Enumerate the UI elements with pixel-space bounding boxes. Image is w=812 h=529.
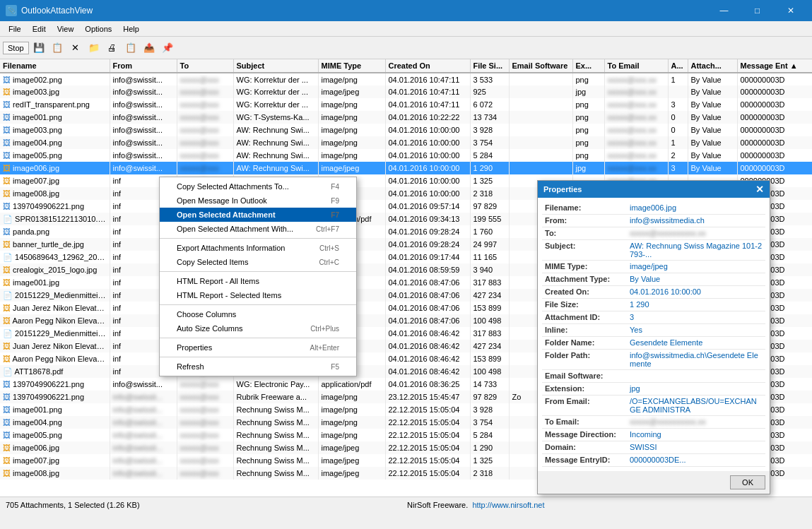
context-menu-item[interactable]: HTML Report - Selected Items [160, 288, 356, 302]
table-cell: AW: Rechnung Swi... [233, 149, 318, 162]
table-cell: xxxxx@xxx.xx [604, 136, 668, 149]
menu-file[interactable]: File [3, 23, 27, 35]
table-cell: png [572, 111, 604, 124]
menu-options[interactable]: Options [79, 23, 117, 35]
table-cell: 000000003D [737, 124, 812, 136]
table-cell: xxxxx@xxx [177, 111, 233, 124]
table-cell: image/jpeg [318, 454, 385, 467]
maximize-button[interactable]: □ [741, 0, 773, 21]
table-row[interactable]: 🖼 image005.pnginfo@swissit...xxxxx@xxxAW… [0, 149, 812, 162]
context-menu-item[interactable]: Copy Selected ItemsCtrl+C [160, 255, 356, 269]
table-cell: 🖼 1397049906221.png [0, 200, 110, 213]
menu-help[interactable]: Help [117, 23, 145, 35]
properties-close-button[interactable]: ✕ [755, 184, 764, 195]
col-header-attachtype[interactable]: Attach... [688, 59, 737, 73]
table-cell: 6 072 [470, 98, 509, 111]
col-header-created[interactable]: Created On [385, 59, 470, 73]
property-label: Attachment ID: [542, 311, 627, 323]
file-icon: 🖼 [3, 76, 11, 84]
close-button[interactable]: ✕ [775, 0, 806, 21]
menu-edit[interactable]: Edit [27, 23, 52, 35]
minimize-button[interactable]: — [708, 0, 740, 21]
context-menu-item[interactable]: Open Selected AttachmentF7 [160, 208, 356, 222]
property-label: Message Direction: [542, 429, 627, 441]
properties-ok-button[interactable]: OK [730, 475, 765, 489]
copy2-button[interactable]: 📋 [122, 40, 139, 57]
table-cell: info@swissit... [110, 378, 177, 391]
copy-button[interactable]: 📋 [49, 40, 66, 57]
table-row[interactable]: 🖼 image001.pnginfo@swissit...xxxxx@xxxWG… [0, 111, 812, 124]
table-row[interactable]: 🖼 image004.pnginfo@swissit...xxxxx@xxxAW… [0, 136, 812, 149]
table-cell: 3 754 [470, 136, 509, 149]
export-button[interactable]: 📤 [141, 40, 158, 57]
table-cell: 04.01.2016 09:17:44 [385, 251, 470, 263]
context-menu-shortcut: Ctrl+C [319, 258, 339, 266]
file-icon: 🖼 [3, 418, 11, 427]
table-cell: 04.01.2016 10:00:00 [385, 149, 470, 162]
table-row[interactable]: 🖼 image006.jpginfo@swissit...xxxxx@xxxAW… [0, 162, 812, 174]
table-cell: 🖼 image008.jpg [0, 467, 110, 480]
context-menu-item[interactable]: Auto Size ColumnsCtrl+Plus [160, 321, 356, 335]
table-cell: image/png [318, 403, 385, 416]
table-cell: 22.12.2015 15:05:04 [385, 441, 470, 454]
table-row[interactable]: 🖼 image003.jpginfo@swissit...xxxxx@xxxWG… [0, 85, 812, 98]
col-header-attach[interactable]: A... [668, 59, 688, 73]
table-cell: 🖼 Juan Jerez Nikon ElevateThe... [0, 340, 110, 352]
table-cell: 000000003D [737, 111, 812, 124]
save-button[interactable]: 💾 [30, 40, 47, 57]
stop-button[interactable]: Stop [3, 42, 29, 54]
table-cell: 2 318 [470, 467, 509, 480]
table-cell: Rechnung Swiss M... [233, 467, 318, 480]
context-menu-item[interactable]: RefreshF5 [160, 359, 356, 374]
pin-button[interactable]: 📌 [159, 40, 176, 57]
table-cell: info@swissit... [110, 162, 177, 174]
col-header-to[interactable]: To [177, 59, 233, 73]
context-menu-item[interactable]: Export Attachments InformationCtrl+S [160, 241, 356, 255]
context-menu-separator [160, 357, 356, 357]
property-row: From Email:/O=EXCHANGELABS/OU=EXCHANGE A… [542, 396, 765, 416]
context-menu-item-label: Auto Size Columns [177, 324, 243, 333]
context-menu-item-label: Copy Selected Attachments To... [177, 182, 289, 191]
table-row[interactable]: 🖼 image002.pnginfo@swissit...xxxxx@xxxWG… [0, 73, 812, 85]
context-menu-item[interactable]: Choose Columns [160, 307, 356, 321]
property-value: image006.jpg [627, 202, 765, 214]
table-cell: application/pdf [318, 378, 385, 391]
table-cell: 📄 ATT18678.pdf [0, 365, 110, 378]
table-cell: 04.01.2016 09:34:13 [385, 213, 470, 225]
col-header-emailsw[interactable]: Email Software [509, 59, 572, 73]
file-icon: 🖼 [3, 456, 11, 465]
col-header-filename[interactable]: Filename [0, 59, 110, 73]
open-folder-button[interactable]: 📁 [86, 40, 102, 57]
table-cell: 🖼 image003.png [0, 124, 110, 136]
table-cell: info@swissit... [110, 149, 177, 162]
delete-button[interactable]: ✕ [67, 40, 84, 57]
table-cell: 000000003D [737, 98, 812, 111]
file-icon: 🖼 [3, 88, 11, 96]
table-cell: AW: Rechnung Swi... [233, 136, 318, 149]
context-menu-item[interactable]: PropertiesAlt+Enter [160, 340, 356, 355]
nirsoft-link[interactable]: http://www.nirsoft.net [472, 501, 544, 509]
table-cell: 🖼 image003.jpg [0, 85, 110, 98]
print-button[interactable]: 🖨 [104, 40, 121, 57]
col-header-ext[interactable]: Ex... [572, 59, 604, 73]
col-header-msgentry[interactable]: Message Ent ▲ [737, 59, 812, 73]
col-header-subject[interactable]: Subject [233, 59, 318, 73]
col-header-from[interactable]: From [110, 59, 177, 73]
table-cell: WG: Korrektur der ... [233, 73, 318, 85]
table-row[interactable]: 🖼 redIT_transparent.pnginfo@swissit...xx… [0, 98, 812, 111]
col-header-toemail[interactable]: To Email [604, 59, 668, 73]
context-menu-item[interactable]: Open Message In OutlookF9 [160, 194, 356, 208]
table-row[interactable]: 🖼 image003.pnginfo@swissit...xxxxx@xxxAW… [0, 124, 812, 136]
table-cell: WG: Electronic Pay... [233, 378, 318, 391]
table-cell: 153 899 [470, 302, 509, 314]
menu-view[interactable]: View [52, 23, 80, 35]
property-label: MIME Type: [542, 261, 627, 273]
table-cell: 23.12.2015 15:45:47 [385, 391, 470, 403]
col-header-filesize[interactable]: File Si... [470, 59, 509, 73]
context-menu-item[interactable]: Open Selected Attachment With...Ctrl+F7 [160, 222, 356, 236]
table-cell: 🖼 image001.png [0, 111, 110, 124]
col-header-mime[interactable]: MIME Type [318, 59, 385, 73]
context-menu-item[interactable]: Copy Selected Attachments To...F4 [160, 179, 356, 194]
property-value: info@swissitmedia.ch [627, 215, 765, 227]
context-menu-item[interactable]: HTML Report - All Items [160, 274, 356, 288]
